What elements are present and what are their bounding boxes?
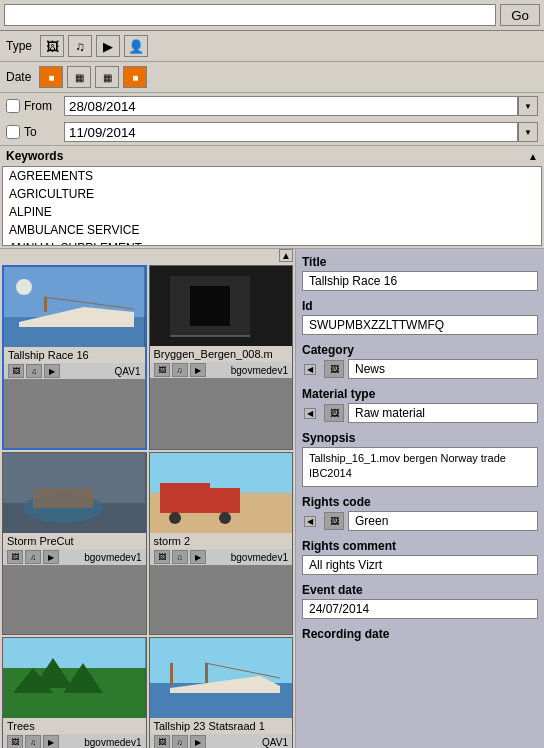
material-type-row: ◀ 🖼 Raw material [302,403,538,423]
keyword-item[interactable]: AGRICULTURE [3,185,541,203]
svg-point-20 [219,512,231,524]
thumbnail-item[interactable]: storm 2🖼♫▶bgovmedev1 [149,452,294,635]
thumbnail-owner: bgovmedev1 [231,552,288,563]
date-cal-btn-1[interactable]: ■ [39,66,63,88]
keyword-item[interactable]: ALPINE [3,203,541,221]
thumbnail-owner: bgovmedev1 [84,552,141,563]
thumbnail-title: Tallship Race 16 [4,347,145,363]
keywords-header: Keywords ▲ [0,146,544,166]
from-dropdown[interactable]: ▼ [518,96,538,116]
rights-code-icon: 🖼 [324,512,344,530]
id-value: SWUPMBXZZLTTWMFQ [302,315,538,335]
thumb-grid: Tallship Race 16🖼♫▶QAV1 Bryggen_Bergen_0… [0,249,295,748]
person-type-button[interactable]: 👤 [124,35,148,57]
rights-code-row: ◀ 🖼 Green [302,511,538,531]
material-type-label: Material type [302,387,538,401]
from-input[interactable] [64,96,518,116]
thumb-type-icon: ♫ [25,550,41,564]
thumbnail-footer: 🖼♫▶bgovmedev1 [3,549,146,565]
rights-comment-label: Rights comment [302,539,538,553]
material-prev[interactable]: ◀ [304,408,316,419]
thumb-type-icon: 🖼 [7,735,23,748]
date-label: Date [6,70,31,84]
thumb-type-icon: ▶ [190,735,206,748]
keywords-list[interactable]: AGREEMENTSAGRICULTUREALPINEAMBULANCE SER… [2,166,542,246]
thumbnail-owner: bgovmedev1 [231,365,288,376]
thumb-type-icon: ▶ [44,364,60,378]
thumb-scroll-up[interactable]: ▲ [279,249,293,262]
thumb-type-icon: 🖼 [154,363,170,377]
thumbnail-icons: 🖼♫▶ [8,364,60,378]
thumbnail-icons: 🖼♫▶ [7,550,59,564]
thumb-type-icon: ▶ [190,363,206,377]
rights-code-prev[interactable]: ◀ [304,516,316,527]
category-value: News [348,359,538,379]
synopsis-value: Tallship_16_1.mov bergen Norway trade IB… [302,447,538,487]
keyword-item[interactable]: AMBULANCE SERVICE [3,221,541,239]
search-input[interactable] [4,4,496,26]
from-row: From ▼ [0,93,544,119]
keyword-item[interactable]: ANNUAL SUPPLEMENT [3,239,541,246]
audio-type-button[interactable]: ♫ [68,35,92,57]
thumbnail-item[interactable]: Tallship 23 Statsraad 1🖼♫▶QAV1 [149,637,294,748]
rights-comment-value: All rights Vizrt [302,555,538,575]
category-prev[interactable]: ◀ [304,364,316,375]
svg-point-5 [16,279,32,295]
keywords-scroll-indicator: ▲ [528,151,538,162]
video-type-button[interactable]: ▶ [96,35,120,57]
thumbnail-title: storm 2 [150,533,293,549]
thumbnail-owner: QAV1 [262,737,288,748]
to-row: To ▼ [0,119,544,145]
thumbnail-footer: 🖼♫▶bgovmedev1 [3,734,146,748]
thumbnail-title: Trees [3,718,146,734]
thumbnail-footer: 🖼♫▶bgovmedev1 [150,549,293,565]
thumb-type-icon: 🖼 [154,550,170,564]
from-checkbox[interactable] [6,99,20,113]
category-row: ◀ 🖼 News [302,359,538,379]
thumb-type-icon: 🖼 [7,550,23,564]
thumb-type-icon: ♫ [25,735,41,748]
thumbnail-owner: QAV1 [115,366,141,377]
from-to-section: From ▼ To ▼ [0,93,544,146]
date-cal-btn-2[interactable]: ▦ [67,66,91,88]
thumbnail-item[interactable]: Storm PreCut🖼♫▶bgovmedev1 [2,452,147,635]
id-field: Id SWUPMBXZZLTTWMFQ [302,299,538,335]
image-type-button[interactable]: 🖼 [40,35,64,57]
to-label: To [24,125,64,139]
thumbnail-footer: 🖼♫▶QAV1 [150,734,293,748]
thumbnail-icons: 🖼♫▶ [154,550,206,564]
date-cal-btn-3[interactable]: ▦ [95,66,119,88]
title-value: Tallship Race 16 [302,271,538,291]
thumbnail-item[interactable]: Trees🖼♫▶bgovmedev1 [2,637,147,748]
go-button[interactable]: Go [500,4,540,26]
keyword-item[interactable]: AGREEMENTS [3,167,541,185]
thumbnail-item[interactable]: Tallship Race 16🖼♫▶QAV1 [2,265,147,450]
to-input[interactable] [64,122,518,142]
svg-rect-3 [44,297,47,312]
category-label: Category [302,343,538,357]
thumb-type-icon: ♫ [172,735,188,748]
thumb-panel: ▲ Tallship Race 16🖼♫▶QAV1 Bryggen_Bergen… [0,249,296,748]
title-label: Title [302,255,538,269]
thumbnail-footer: 🖼♫▶bgovmedev1 [150,362,293,378]
event-date-field: Event date 24/07/2014 [302,583,538,619]
thumbnail-item[interactable]: Bryggen_Bergen_008.m🖼♫▶bgovmedev1 [149,265,294,450]
rights-comment-field: Rights comment All rights Vizrt [302,539,538,575]
thumbnail-icons: 🖼♫▶ [7,735,59,748]
to-checkbox[interactable] [6,125,20,139]
type-row: Type 🖼 ♫ ▶ 👤 [0,31,544,62]
to-dropdown[interactable]: ▼ [518,122,538,142]
rights-code-value: Green [348,511,538,531]
thumbnail-title: Tallship 23 Statsraad 1 [150,718,293,734]
rights-code-label: Rights code [302,495,538,509]
thumbnail-footer: 🖼♫▶QAV1 [4,363,145,379]
synopsis-label: Synopsis [302,431,538,445]
svg-rect-16 [160,483,210,518]
category-icon: 🖼 [324,360,344,378]
thumb-type-icon: ▶ [43,735,59,748]
rights-code-field: Rights code ◀ 🖼 Green [302,495,538,531]
svg-rect-13 [33,488,93,508]
date-cal-btn-4[interactable]: ■ [123,66,147,88]
svg-rect-31 [170,663,173,685]
thumbnail-image [4,267,145,347]
